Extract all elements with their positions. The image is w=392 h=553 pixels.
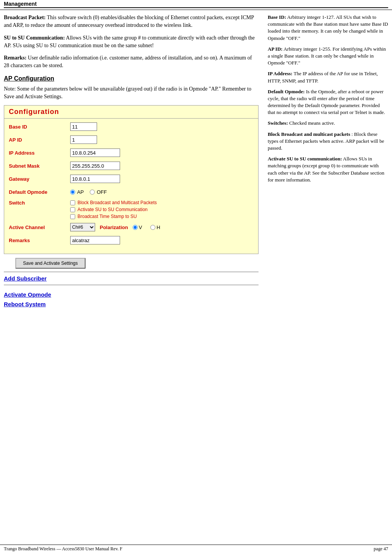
reboot-system-section: Reboot System (4, 301, 259, 307)
save-activate-button[interactable]: Save and Activate Settings (15, 258, 86, 269)
desc-activate-su-term: Activate SU to SU communication: (268, 156, 342, 162)
note-para: Note: Some of the parameters below will … (4, 85, 259, 101)
su-communication-term: SU to SU Communication: (4, 35, 65, 41)
switch-timestamp-checkbox[interactable] (70, 214, 75, 219)
switch-broadcast-checkbox[interactable] (70, 200, 75, 205)
reboot-system-link[interactable]: Reboot System (4, 301, 259, 307)
ip-address-row: IP Address (9, 148, 254, 158)
ap-configuration-heading: AP Configuration (4, 75, 259, 82)
switch-group: Block Broadcast and Multicast Packets Ac… (70, 200, 157, 219)
remarks-term: Remarks: (4, 55, 26, 61)
add-subscriber-section: Add Subscriber (4, 275, 259, 282)
desc-switches-text: Checked means active. (289, 120, 335, 126)
desc-switches-term: Switches: (268, 120, 288, 126)
ip-address-label: IP Address (9, 150, 70, 156)
polarization-label: Polarization (100, 225, 128, 230)
remarks-input[interactable] (70, 236, 120, 244)
config-body: Base ID AP ID IP Address (4, 119, 258, 254)
gateway-row: Gateway (9, 174, 254, 184)
switch-su-communication-label: Activate SU to SU Communication (77, 207, 148, 212)
configuration-box: Configuration Base ID AP ID I (4, 105, 259, 254)
footer-left: Trango Broadband Wireless — Access5830 U… (4, 546, 122, 552)
channel-select-wrap: Ch#6 Ch#1 Ch#2 Ch#3 Ch#4 Ch#5 (70, 223, 95, 231)
switch-timestamp-label: Broadcast Time Stamp to SU (77, 214, 137, 219)
opmode-ap-label: AP (77, 189, 84, 195)
right-column: Base ID: Arbitrary integer 1-127. All SU… (265, 14, 388, 541)
gateway-label: Gateway (9, 176, 70, 182)
opmode-ap-radio[interactable] (70, 190, 75, 195)
broadcast-packet-para: Broadcast Packet: This software switch (… (4, 14, 259, 30)
opmode-off-radio[interactable] (90, 190, 95, 195)
remarks-text: User definable radio information (i.e. c… (4, 55, 252, 68)
pol-v-option: V (133, 225, 142, 230)
desc-ap-id: AP ID: Arbitrary integer 1-255. For iden… (268, 46, 388, 67)
opmode-off-label: OFF (97, 189, 107, 195)
desc-base-id-text: Arbitrary integer 1-127. All SUs that wi… (268, 14, 388, 41)
switch-broadcast-label: Block Broadcast and Multicast Packets (77, 200, 157, 205)
remarks-field-label: Remarks (9, 238, 70, 243)
ap-id-label: AP ID (9, 137, 70, 143)
divider-1 (4, 272, 259, 272)
config-title: Configuration (9, 108, 59, 116)
su-communication-para: SU to SU Communication: Allows SUs with … (4, 34, 259, 50)
base-id-label: Base ID (9, 124, 70, 130)
page-footer: Trango Broadband Wireless — Access5830 U… (0, 545, 392, 553)
activate-opmode-section: Activate Opmode (4, 291, 259, 298)
base-id-row: Base ID (9, 122, 254, 132)
desc-ap-id-text: Arbitrary integer 1-255. For identifying… (268, 46, 386, 66)
left-column: Broadcast Packet: This software switch (… (4, 14, 265, 541)
opmode-radio-group: AP OFF (70, 189, 110, 195)
ap-id-input[interactable] (70, 135, 97, 144)
channel-select[interactable]: Ch#6 Ch#1 Ch#2 Ch#3 Ch#4 Ch#5 (70, 223, 95, 231)
desc-default-opmode-term: Default Opmode: (268, 89, 305, 94)
pol-v-radio[interactable] (133, 225, 138, 230)
pol-h-option: H (150, 225, 160, 230)
switch-row: Switch Block Broadcast and Multicast Pac… (9, 200, 254, 219)
subnet-mask-label: Subnet Mask (9, 163, 70, 169)
desc-ip-address: IP Address: The IP address of the AP for… (268, 70, 388, 84)
switch-label: Switch (9, 200, 70, 206)
pol-h-label: H (156, 225, 160, 230)
page-header: Management (0, 0, 392, 10)
desc-activate-su: Activate SU to SU communication: Allows … (268, 155, 388, 183)
subnet-mask-row: Subnet Mask (9, 161, 254, 171)
desc-ip-address-term: IP Address: (268, 71, 292, 76)
ap-id-row: AP ID (9, 135, 254, 145)
add-subscriber-link[interactable]: Add Subscriber (4, 275, 259, 282)
gateway-input[interactable] (70, 175, 120, 183)
channel-polarization-group: Ch#6 Ch#1 Ch#2 Ch#3 Ch#4 Ch#5 Polarizati… (70, 223, 164, 231)
base-id-input[interactable] (70, 122, 97, 131)
desc-block-broadcast-term: Block Broadcast and multicast packets (268, 131, 350, 137)
subnet-mask-input[interactable] (70, 162, 120, 170)
footer-right: page 47 (374, 546, 388, 552)
active-channel-label: Active Channel (9, 225, 70, 230)
save-button-wrap: Save and Activate Settings (4, 258, 259, 269)
ip-address-input[interactable] (70, 149, 120, 157)
divider-2 (4, 285, 259, 285)
header-divider (4, 7, 388, 8)
switch-su-communication-checkbox[interactable] (70, 207, 75, 212)
page-title: Management (4, 1, 37, 7)
opmode-ap-option: AP (70, 189, 84, 195)
desc-base-id: Base ID: Arbitrary integer 1-127. All SU… (268, 14, 388, 42)
desc-base-id-term: Base ID: (268, 14, 286, 20)
default-opmode-label: Default Opmode (9, 189, 70, 195)
pol-v-label: V (139, 225, 142, 230)
remarks-para: Remarks: User definable radio informatio… (4, 54, 259, 70)
switch-item-timestamp: Broadcast Time Stamp to SU (70, 214, 157, 219)
opmode-off-option: OFF (90, 189, 107, 195)
default-opmode-row: Default Opmode AP OFF (9, 187, 254, 197)
desc-ap-id-term: AP ID: (268, 46, 283, 52)
main-content: Broadcast Packet: This software switch (… (0, 10, 392, 545)
config-title-bar: Configuration (4, 106, 258, 119)
switch-item-su-communication: Activate SU to SU Communication (70, 207, 157, 212)
switch-item-broadcast: Block Broadcast and Multicast Packets (70, 200, 157, 205)
desc-block-broadcast: Block Broadcast and multicast packets : … (268, 131, 388, 152)
active-channel-row: Active Channel Ch#6 Ch#1 Ch#2 Ch#3 Ch#4 … (9, 222, 254, 232)
desc-switches: Switches: Checked means active. (268, 120, 388, 127)
pol-h-radio[interactable] (150, 225, 155, 230)
desc-default-opmode: Default Opmode: Is the Opmode, after a r… (268, 88, 388, 116)
broadcast-packet-term: Broadcast Packet: (4, 15, 46, 20)
remarks-row: Remarks (9, 235, 254, 245)
activate-opmode-link[interactable]: Activate Opmode (4, 291, 259, 298)
